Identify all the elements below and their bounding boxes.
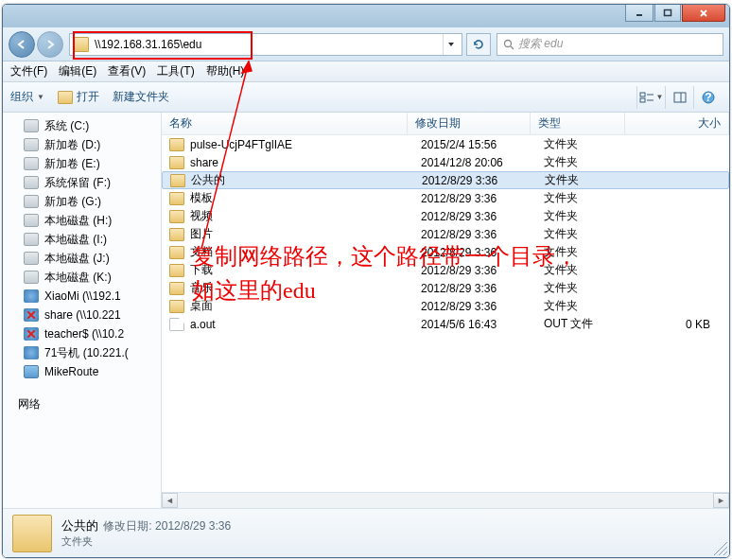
help-button[interactable]: ?: [693, 86, 722, 109]
file-type: 文件夹: [536, 298, 631, 314]
svg-rect-1: [665, 9, 671, 15]
tree-item[interactable]: share (\\10.221: [3, 306, 161, 324]
close-button[interactable]: [682, 5, 725, 22]
file-row[interactable]: share2014/12/8 20:06文件夹: [162, 153, 729, 171]
file-row[interactable]: 视频2012/8/29 3:36文件夹: [162, 207, 729, 225]
tree-item[interactable]: 新加卷 (G:): [3, 192, 161, 211]
search-placeholder: 搜索 edu: [518, 36, 563, 52]
tree-item[interactable]: 新加卷 (E:): [3, 154, 161, 173]
newfolder-button[interactable]: 新建文件夹: [113, 89, 169, 105]
scroll-left[interactable]: ◄: [162, 493, 178, 508]
back-button[interactable]: [9, 31, 35, 58]
tree-item[interactable]: 本地磁盘 (J:): [3, 249, 161, 268]
h-scrollbar[interactable]: ◄ ►: [162, 492, 729, 508]
file-type: OUT 文件: [536, 316, 631, 332]
file-type: 文件夹: [536, 244, 631, 260]
sidebar: 系统 (C:)新加卷 (D:)新加卷 (E:)系统保留 (F:)新加卷 (G:)…: [3, 113, 162, 508]
file-row[interactable]: 文档2012/8/29 3:36文件夹: [162, 243, 729, 261]
tree-item[interactable]: 71号机 (10.221.(: [3, 343, 161, 362]
file-row[interactable]: 公共的2012/8/29 3:36文件夹: [162, 171, 729, 189]
resize-grip[interactable]: [714, 542, 727, 555]
file-type: 文件夹: [536, 154, 631, 170]
drive-icon: [24, 195, 39, 208]
col-size[interactable]: 大小: [625, 113, 729, 134]
tree-label: 系统 (C:): [44, 118, 89, 134]
address-text: \\192.168.31.165\edu: [95, 38, 443, 51]
file-row[interactable]: 下载2012/8/29 3:36文件夹: [162, 261, 729, 279]
tree-label: 新加卷 (G:): [44, 194, 101, 210]
address-dropdown[interactable]: [443, 34, 458, 55]
tree-label: share (\\10.221: [44, 308, 121, 322]
file-row[interactable]: pulse-UcjP4FTglIAE2015/2/4 15:56文件夹: [162, 135, 729, 153]
open-button[interactable]: 打开: [58, 89, 99, 105]
organize-button[interactable]: 组织▼: [10, 89, 44, 105]
file-type: 文件夹: [536, 190, 631, 206]
tree-item[interactable]: 本地磁盘 (I:): [3, 230, 161, 249]
tree-label: 本地磁盘 (K:): [44, 270, 112, 286]
minimize-button[interactable]: [625, 5, 654, 22]
tree-item[interactable]: 系统保留 (F:): [3, 173, 161, 192]
file-row[interactable]: 音乐2012/8/29 3:36文件夹: [162, 279, 729, 297]
address-bar[interactable]: \\192.168.31.165\edu: [69, 33, 462, 56]
svg-rect-6: [640, 93, 645, 96]
drive-icon: [24, 176, 39, 189]
search-input[interactable]: 搜索 edu: [497, 33, 723, 56]
file-row[interactable]: 模板2012/8/29 3:36文件夹: [162, 189, 729, 207]
file-date: 2012/8/29 3:36: [413, 228, 536, 241]
col-type[interactable]: 类型: [531, 113, 625, 134]
tree-item[interactable]: 本地磁盘 (K:): [3, 268, 161, 287]
file-type: 文件夹: [536, 280, 631, 296]
file-row[interactable]: a.out2014/5/6 16:43OUT 文件0 KB: [162, 315, 729, 333]
tree-label: 本地磁盘 (J:): [44, 251, 110, 267]
preview-pane-button[interactable]: [665, 86, 693, 109]
tree-item[interactable]: 本地磁盘 (H:): [3, 211, 161, 230]
nav-row: \\192.168.31.165\edu 搜索 edu: [3, 27, 729, 61]
file-name: a.out: [190, 318, 413, 331]
file-row[interactable]: 图片2012/8/29 3:36文件夹: [162, 225, 729, 243]
folder-icon: [169, 300, 184, 313]
file-type: 文件夹: [536, 208, 631, 224]
menubar: 文件(F) 编辑(E) 查看(V) 工具(T) 帮助(H): [3, 61, 729, 82]
menu-edit[interactable]: 编辑(E): [59, 63, 96, 79]
file-name: 下载: [190, 262, 413, 278]
file-row[interactable]: 桌面2012/8/29 3:36文件夹: [162, 297, 729, 315]
file-type: 文件夹: [536, 136, 631, 152]
tree-item[interactable]: MikeRoute: [3, 362, 161, 381]
tree-item[interactable]: XiaoMi (\\192.1: [3, 287, 161, 306]
tree-label: 本地磁盘 (H:): [44, 213, 112, 229]
menu-tools[interactable]: 工具(T): [157, 63, 194, 79]
col-date[interactable]: 修改日期: [408, 113, 531, 134]
forward-button[interactable]: [37, 31, 63, 58]
tree-label: 新加卷 (D:): [44, 137, 100, 153]
titlebar: [3, 5, 729, 27]
svg-text:?: ?: [705, 91, 711, 104]
net-icon: [24, 289, 39, 303]
tree-item[interactable]: teacher$ (\\10.2: [3, 324, 161, 343]
view-options-button[interactable]: ▼: [636, 86, 665, 109]
folder-icon: [169, 210, 184, 223]
menu-file[interactable]: 文件(F): [10, 63, 47, 79]
drive-icon: [24, 138, 39, 151]
menu-help[interactable]: 帮助(H): [206, 63, 245, 79]
file-list[interactable]: pulse-UcjP4FTglIAE2015/2/4 15:56文件夹share…: [162, 135, 729, 492]
file-date: 2012/8/29 3:36: [413, 282, 536, 295]
tree-item[interactable]: 系统 (C:): [3, 116, 161, 135]
svg-point-4: [505, 40, 512, 46]
maximize-button[interactable]: [654, 5, 681, 22]
file-date: 2012/8/29 3:36: [413, 192, 536, 205]
folder-icon: [169, 138, 184, 151]
scroll-right[interactable]: ►: [713, 493, 729, 508]
folder-icon: [170, 174, 185, 187]
folder-icon: [169, 192, 184, 205]
file-name: 视频: [190, 208, 413, 224]
main-pane: 名称 修改日期 类型 大小 pulse-UcjP4FTglIAE2015/2/4…: [162, 113, 729, 508]
drive-icon: [24, 271, 39, 284]
network-heading[interactable]: 网络: [3, 394, 161, 413]
file-date: 2014/5/6 16:43: [413, 318, 536, 331]
menu-view[interactable]: 查看(V): [108, 63, 146, 79]
file-date: 2012/8/29 3:36: [413, 264, 536, 277]
tree-item[interactable]: 新加卷 (D:): [3, 135, 161, 154]
folder-icon: [169, 264, 184, 277]
col-name[interactable]: 名称: [162, 113, 408, 134]
refresh-button[interactable]: [466, 33, 491, 56]
